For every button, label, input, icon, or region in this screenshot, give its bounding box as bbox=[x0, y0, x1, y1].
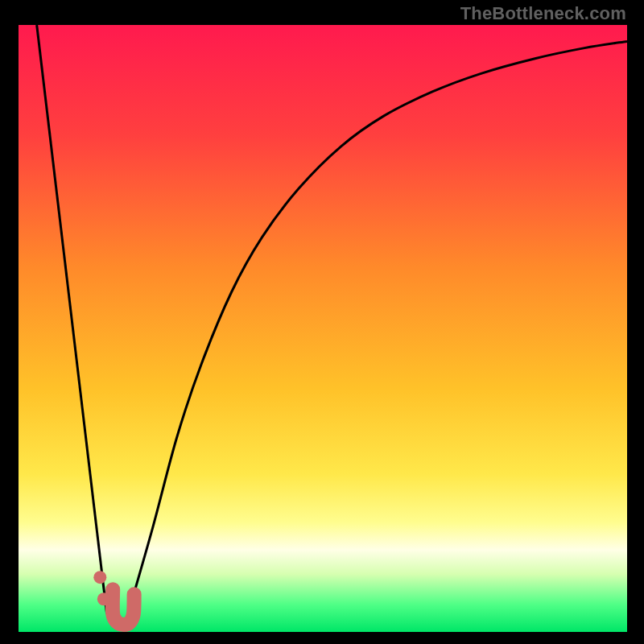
marker-dot-1 bbox=[97, 592, 110, 605]
gradient-background bbox=[19, 25, 627, 632]
bottleneck-chart bbox=[19, 25, 627, 632]
marker-dot-0 bbox=[93, 571, 106, 584]
chart-frame: TheBottleneck.com bbox=[0, 0, 644, 644]
watermark-text: TheBottleneck.com bbox=[460, 3, 626, 24]
